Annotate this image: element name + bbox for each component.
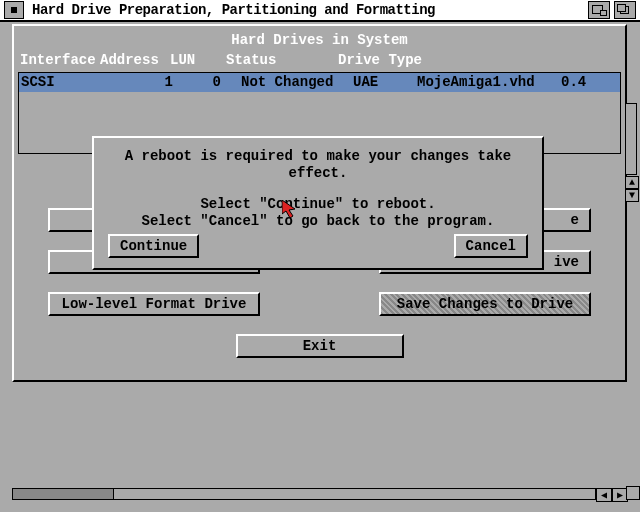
dialog-line2: Select "Continue" to reboot. bbox=[104, 196, 532, 213]
scroll-up-icon[interactable]: ▲ bbox=[625, 176, 639, 189]
window-zoom-gadget[interactable] bbox=[588, 1, 610, 19]
cell-lun: 0 bbox=[173, 74, 221, 91]
continue-button[interactable]: Continue bbox=[108, 234, 199, 258]
list-scrollbar[interactable]: ▲ ▼ bbox=[625, 102, 637, 203]
window-resize-gadget[interactable] bbox=[626, 486, 640, 500]
window-title: Hard Drive Preparation, Partitioning and… bbox=[26, 2, 584, 18]
col-lun: LUN bbox=[170, 52, 226, 68]
col-address: Address bbox=[100, 52, 170, 68]
scrollbar-track[interactable] bbox=[625, 103, 637, 175]
reboot-dialog: A reboot is required to make your change… bbox=[92, 136, 544, 270]
drive-row[interactable]: SCSI 1 0 Not Changed UAE MojeAmiga1.vhd … bbox=[19, 73, 620, 92]
dialog-line1: A reboot is required to make your change… bbox=[104, 148, 532, 182]
dialog-line3: Select "Cancel" to go back to the progra… bbox=[104, 213, 532, 230]
window-close-gadget[interactable] bbox=[4, 1, 24, 19]
cell-type-b: MojeAmiga1.vhd bbox=[417, 74, 561, 91]
scroll-down-icon[interactable]: ▼ bbox=[625, 189, 639, 202]
cell-interface: SCSI bbox=[21, 74, 117, 91]
cancel-button[interactable]: Cancel bbox=[454, 234, 528, 258]
column-headers: Interface Address LUN Status Drive Type bbox=[14, 50, 625, 70]
cell-status: Not Changed bbox=[221, 74, 353, 91]
col-type: Drive Type bbox=[338, 52, 619, 68]
window-depth-gadget[interactable] bbox=[614, 1, 636, 19]
low-level-format-button[interactable]: Low-level Format Drive bbox=[48, 292, 260, 316]
h-scroll-track[interactable] bbox=[12, 488, 596, 500]
h-scroll-thumb[interactable] bbox=[13, 489, 114, 499]
exit-button[interactable]: Exit bbox=[236, 334, 404, 358]
col-status: Status bbox=[226, 52, 338, 68]
col-interface: Interface bbox=[20, 52, 100, 68]
drives-heading: Hard Drives in System bbox=[14, 26, 625, 50]
save-changes-button[interactable]: Save Changes to Drive bbox=[379, 292, 591, 316]
window-h-scrollbar[interactable]: ◀ ▶ bbox=[12, 488, 628, 500]
cell-extra: 0.4 bbox=[561, 74, 586, 91]
cell-address: 1 bbox=[117, 74, 173, 91]
cell-type-a: UAE bbox=[353, 74, 417, 91]
h-scroll-left-icon[interactable]: ◀ bbox=[596, 488, 612, 502]
